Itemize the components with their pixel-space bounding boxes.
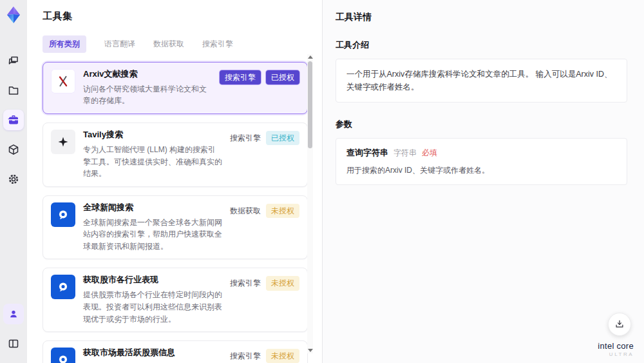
param-name: 查询字符串 bbox=[346, 147, 388, 159]
auth-status-badge: 未授权 bbox=[266, 349, 299, 363]
left-sidebar bbox=[0, 0, 27, 363]
page-title: 工具集 bbox=[43, 10, 322, 23]
tool-card-tavily[interactable]: Tavily搜索 专为人工智能代理 (LLM) 构建的搜索引擎工具。可快速提供实… bbox=[43, 123, 308, 187]
list-scrollbar[interactable] bbox=[307, 54, 313, 353]
auth-status-badge: 未授权 bbox=[266, 276, 299, 290]
tool-name: 全球新闻搜索 bbox=[83, 202, 222, 213]
tool-card-arxiv[interactable]: Arxiv文献搜索 访问各个研究领域大量科学论文和文章的存储库。 搜索引擎 已授… bbox=[43, 62, 308, 114]
params-heading: 参数 bbox=[336, 119, 627, 130]
tavily-star-icon bbox=[51, 130, 75, 154]
settings-gear-icon[interactable] bbox=[3, 169, 24, 190]
tool-name: Arxiv文献搜索 bbox=[83, 69, 212, 80]
toolbox-icon[interactable] bbox=[3, 110, 24, 130]
tool-card-badges: 数据获取 未授权 bbox=[230, 202, 299, 253]
scrollbar-thumb[interactable] bbox=[308, 61, 312, 148]
stock-app-icon bbox=[51, 275, 75, 299]
app-window: 工具集 所有类别 语言翻译 数据获取 搜索引擎 Arxiv文献搜索 访问各个研究… bbox=[0, 0, 644, 363]
tool-detail-panel: 工具详情 工具介绍 一个用于从Arxiv存储库搜索科学论文和文章的工具。 输入可… bbox=[323, 0, 644, 363]
user-icon[interactable] bbox=[3, 304, 24, 324]
tool-card-text: 获取股市各行业表现 提供股票市场各个行业在特定时间段内的表现。投资者可以利用这些… bbox=[83, 275, 222, 325]
tool-description: 访问各个研究领域大量科学论文和文章的存储库。 bbox=[83, 83, 212, 107]
tab-language-translation[interactable]: 语言翻译 bbox=[104, 39, 135, 50]
category-label: 搜索引擎 bbox=[230, 349, 261, 363]
category-label: 搜索引擎 bbox=[230, 276, 261, 291]
tool-card-badges: 搜索引擎 未授权 bbox=[230, 348, 299, 363]
folder-icon[interactable] bbox=[3, 80, 24, 101]
tools-list-panel: 工具集 所有类别 语言翻译 数据获取 搜索引擎 Arxiv文献搜索 访问各个研究… bbox=[27, 0, 322, 363]
app-logo-icon bbox=[4, 5, 23, 25]
tool-card-text: Arxiv文献搜索 访问各个研究领域大量科学论文和文章的存储库。 bbox=[83, 69, 212, 107]
scroll-down-arrow-icon[interactable] bbox=[308, 349, 313, 352]
stock-app-icon bbox=[51, 348, 75, 363]
tool-card-text: 全球新闻搜索 全球新闻搜索是一个聚合全球各大新闻网站内容的搜索引擎，帮助用户快速… bbox=[83, 202, 222, 253]
param-header: 查询字符串 字符串 必填 bbox=[346, 147, 616, 159]
param-required-flag: 必填 bbox=[422, 148, 437, 159]
tool-card-badges: 搜索引擎 已授权 bbox=[220, 69, 299, 107]
tool-card-badges: 搜索引擎 已授权 bbox=[230, 130, 299, 180]
tool-card-stock-sectors[interactable]: 获取股市各行业表现 提供股票市场各个行业在特定时间段内的表现。投资者可以利用这些… bbox=[43, 268, 308, 332]
tool-card-text: 获取市场最活跃股票信息 提供当天交易量最高的股票列表，投资者可以利用这些信息来识… bbox=[83, 348, 222, 363]
tab-search-engine[interactable]: 搜索引擎 bbox=[202, 39, 233, 50]
tool-description: 提供股票市场各个行业在特定时间段内的表现。投资者可以利用这些信息来识别表现优于或… bbox=[83, 289, 222, 325]
intel-core-wordmark: intel core bbox=[598, 342, 634, 351]
download-button[interactable] bbox=[608, 313, 631, 336]
intel-ultra-label: ULTRA bbox=[598, 352, 634, 358]
tool-name: 获取市场最活跃股票信息 bbox=[83, 348, 222, 358]
tool-card-list: Arxiv文献搜索 访问各个研究领域大量科学论文和文章的存储库。 搜索引擎 已授… bbox=[43, 62, 308, 363]
param-type: 字符串 bbox=[393, 148, 417, 159]
tool-card-active-stocks[interactable]: 获取市场最活跃股票信息 提供当天交易量最高的股票列表，投资者可以利用这些信息来识… bbox=[43, 340, 308, 363]
tool-description: 专为人工智能代理 (LLM) 构建的搜索引擎工具。可快速提供实时、准确和真实的结… bbox=[83, 144, 222, 180]
detail-title: 工具详情 bbox=[336, 12, 627, 23]
arxiv-logo-icon bbox=[51, 69, 75, 93]
panel-toggle-icon[interactable] bbox=[3, 333, 24, 354]
param-box: 查询字符串 字符串 必填 用于搜索的Arxiv ID、关键字或作者姓名。 bbox=[336, 138, 627, 185]
tool-name: Tavily搜索 bbox=[83, 130, 222, 141]
tool-card-text: Tavily搜索 专为人工智能代理 (LLM) 构建的搜索引擎工具。可快速提供实… bbox=[83, 130, 222, 180]
category-tabs: 所有类别 语言翻译 数据获取 搜索引擎 bbox=[43, 35, 322, 53]
category-label: 搜索引擎 bbox=[230, 131, 261, 146]
param-description: 用于搜索的Arxiv ID、关键字或作者姓名。 bbox=[346, 164, 616, 176]
category-badge: 搜索引擎 bbox=[220, 70, 261, 84]
intro-heading: 工具介绍 bbox=[336, 39, 627, 51]
news-app-icon bbox=[51, 202, 75, 227]
tool-description: 全球新闻搜索是一个聚合全球各大新闻网站内容的搜索引擎，帮助用户快速获取全球最新资… bbox=[83, 217, 222, 253]
chat-icon[interactable] bbox=[3, 50, 24, 71]
auth-status-badge: 未授权 bbox=[266, 204, 299, 218]
category-label: 数据获取 bbox=[230, 204, 261, 219]
tab-data-fetch[interactable]: 数据获取 bbox=[153, 39, 184, 50]
intro-box: 一个用于从Arxiv存储库搜索科学论文和文章的工具。 输入可以是Arxiv ID… bbox=[336, 59, 627, 103]
tab-all-categories[interactable]: 所有类别 bbox=[43, 35, 86, 53]
cube-icon[interactable] bbox=[3, 139, 24, 160]
intro-text: 一个用于从Arxiv存储库搜索科学论文和文章的工具。 输入可以是Arxiv ID… bbox=[346, 68, 616, 93]
auth-status-badge: 已授权 bbox=[266, 131, 299, 145]
download-icon bbox=[614, 319, 625, 330]
auth-status-badge: 已授权 bbox=[266, 70, 299, 84]
intel-core-logo: intel core ULTRA bbox=[598, 342, 634, 358]
tool-card-global-news[interactable]: 全球新闻搜索 全球新闻搜索是一个聚合全球各大新闻网站内容的搜索引擎，帮助用户快速… bbox=[43, 195, 308, 260]
scroll-up-arrow-icon[interactable] bbox=[308, 55, 313, 59]
tool-card-badges: 搜索引擎 未授权 bbox=[230, 275, 299, 325]
tool-name: 获取股市各行业表现 bbox=[83, 275, 222, 286]
